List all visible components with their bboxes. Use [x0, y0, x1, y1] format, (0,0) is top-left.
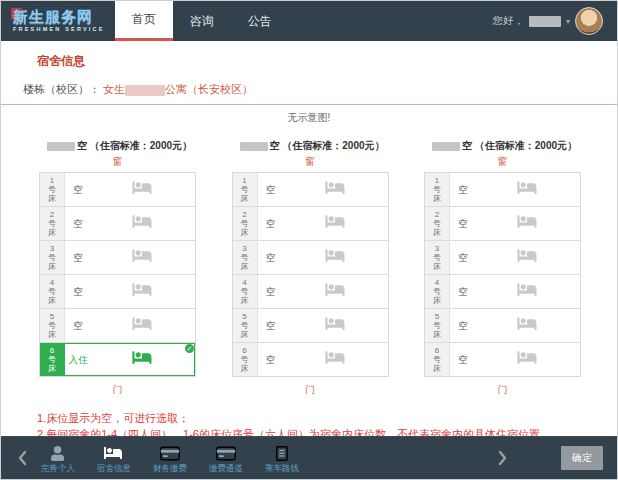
footer-nav-item[interactable]: 完善个人 — [35, 442, 81, 475]
bed-cell — [91, 343, 195, 376]
avatar[interactable] — [575, 7, 603, 35]
bed-row[interactable]: 1号床空 — [233, 173, 388, 206]
header-tabs: 首页咨询公告 — [115, 1, 289, 41]
bed-number-label: 2号床 — [425, 207, 450, 240]
bed-cell — [284, 241, 388, 274]
confirm-button[interactable]: 确定 — [561, 446, 603, 470]
bed-status: 空 — [258, 241, 284, 274]
footer-nav-item[interactable]: 乘车路线 — [259, 442, 305, 475]
card-icon — [216, 445, 236, 461]
bed-row[interactable]: 2号床空 — [40, 206, 195, 240]
footer-nav-label: 缴费通道 — [209, 463, 243, 475]
bed-number-label: 4号床 — [425, 275, 450, 308]
rooms-container: 空 （住宿标准：2000元）窗1号床空2号床空3号床空4号床空5号床空6号床入住… — [39, 139, 581, 397]
app-window: 新生服务网 FRESHMEN SERVICE 首页咨询公告 您好， ▾ 宿舍信息… — [0, 0, 618, 480]
bed-status: 空 — [258, 173, 284, 206]
bed-row[interactable]: 4号床空 — [425, 274, 580, 308]
chevron-down-icon[interactable]: ▾ — [566, 17, 570, 26]
bed-icon — [132, 179, 154, 200]
bed-cell — [91, 207, 195, 240]
bed-number-label: 2号床 — [40, 207, 65, 240]
bed-row[interactable]: 1号床空 — [425, 173, 580, 206]
bed-row[interactable]: 5号床空 — [40, 308, 195, 342]
bed-row[interactable]: 3号床空 — [425, 240, 580, 274]
card-icon — [160, 445, 180, 461]
bed-row[interactable]: 4号床空 — [40, 274, 195, 308]
footer-nav-label: 财务缴费 — [153, 463, 187, 475]
room-number-redacted — [432, 142, 460, 151]
bed-cell — [476, 173, 580, 206]
bed-number-label: 1号床 — [40, 173, 65, 206]
header-tab[interactable]: 公告 — [231, 1, 289, 41]
bed-row[interactable]: 1号床空 — [40, 173, 195, 206]
next-chevron-icon[interactable] — [495, 450, 509, 466]
bed-number-label: 1号床 — [233, 173, 258, 206]
room-title: 空 （住宿标准：2000元） — [47, 139, 196, 153]
bed-icon — [132, 281, 154, 302]
room-number-redacted — [240, 142, 268, 151]
footer-nav-item[interactable]: 财务缴费 — [147, 442, 193, 475]
bed-cell — [91, 275, 195, 308]
room-title: 空 （住宿标准：2000元） — [432, 139, 581, 153]
bed-number-label: 6号床 — [425, 343, 450, 376]
door-label: 门 — [232, 383, 389, 397]
footer-nav: 完善个人宿舍信息财务缴费缴费通道乘车路线 — [35, 442, 305, 475]
bed-row[interactable]: 2号床空 — [233, 206, 388, 240]
bed-cell — [476, 343, 580, 376]
bed-cell — [284, 207, 388, 240]
bed-row[interactable]: 6号床入住✓ — [40, 342, 195, 376]
bed-row[interactable]: 6号床空 — [233, 342, 388, 376]
bed-icon — [132, 349, 154, 370]
bed-icon — [325, 247, 347, 268]
bed-row[interactable]: 2号床空 — [425, 206, 580, 240]
route-icon — [276, 445, 288, 461]
room-column: 空 （住宿标准：2000元）窗1号床空2号床空3号床空4号床空5号床空6号床空门 — [232, 139, 389, 397]
logo-subtitle: FRESHMEN SERVICE — [13, 25, 105, 33]
room-column: 空 （住宿标准：2000元）窗1号床空2号床空3号床空4号床空5号床空6号床空门 — [424, 139, 581, 397]
bed-number-label: 4号床 — [40, 275, 65, 308]
prev-chevron-icon[interactable] — [15, 450, 29, 466]
bed-table: 1号床空2号床空3号床空4号床空5号床空6号床入住✓ — [39, 172, 196, 377]
bed-row[interactable]: 6号床空 — [425, 342, 580, 376]
bed-number-label: 5号床 — [233, 309, 258, 342]
bed-cell — [91, 309, 195, 342]
bottom-toolbar: 完善个人宿舍信息财务缴费缴费通道乘车路线 确定 — [1, 436, 617, 479]
building-label: 楼栋（校区）： — [23, 83, 100, 95]
window-label: 窗 — [39, 155, 196, 169]
site-logo: 新生服务网 FRESHMEN SERVICE — [1, 1, 115, 41]
bed-row[interactable]: 5号床空 — [233, 308, 388, 342]
building-name-redacted — [125, 85, 165, 96]
bed-row[interactable]: 4号床空 — [233, 274, 388, 308]
room-title-text: 空 （住宿标准：2000元） — [270, 140, 385, 151]
notes: 1.床位显示为空，可进行选取； 2.每间宿舍的1-4（四人间）、1-6的床位序号… — [37, 410, 617, 436]
bed-row[interactable]: 3号床空 — [233, 240, 388, 274]
bed-icon — [132, 247, 154, 268]
bed-status: 空 — [258, 207, 284, 240]
no-diagram-text: 无示意图! — [1, 111, 617, 125]
bed-status: 空 — [65, 309, 91, 342]
bed-cell — [476, 207, 580, 240]
bed-row[interactable]: 5号床空 — [425, 308, 580, 342]
bed-row[interactable]: 3号床空 — [40, 240, 195, 274]
header-tab[interactable]: 首页 — [115, 1, 173, 41]
bed-number-label: 5号床 — [425, 309, 450, 342]
user-name-redacted — [529, 16, 561, 27]
bed-status: 空 — [258, 275, 284, 308]
bed-icon — [517, 179, 539, 200]
footer-nav-item[interactable]: 缴费通道 — [203, 442, 249, 475]
bed-cell — [476, 241, 580, 274]
window-label: 窗 — [232, 155, 389, 169]
header-tab[interactable]: 咨询 — [173, 1, 231, 41]
bed-cell — [476, 309, 580, 342]
room-column: 空 （住宿标准：2000元）窗1号床空2号床空3号床空4号床空5号床空6号床入住… — [39, 139, 196, 397]
selected-check-icon: ✓ — [185, 344, 194, 353]
bed-cell — [91, 173, 195, 206]
bed-icon — [325, 281, 347, 302]
door-label: 门 — [39, 383, 196, 397]
note-line: 2.每间宿舍的1-4（四人间）、1-6的床位序号（六人间）为宿舍内床位数，不代表… — [37, 426, 617, 436]
bed-status: 空 — [450, 343, 476, 376]
footer-nav-item[interactable]: 宿舍信息 — [91, 442, 137, 475]
bed-cell — [284, 275, 388, 308]
bed-icon — [517, 247, 539, 268]
bed-number-label: 1号床 — [425, 173, 450, 206]
